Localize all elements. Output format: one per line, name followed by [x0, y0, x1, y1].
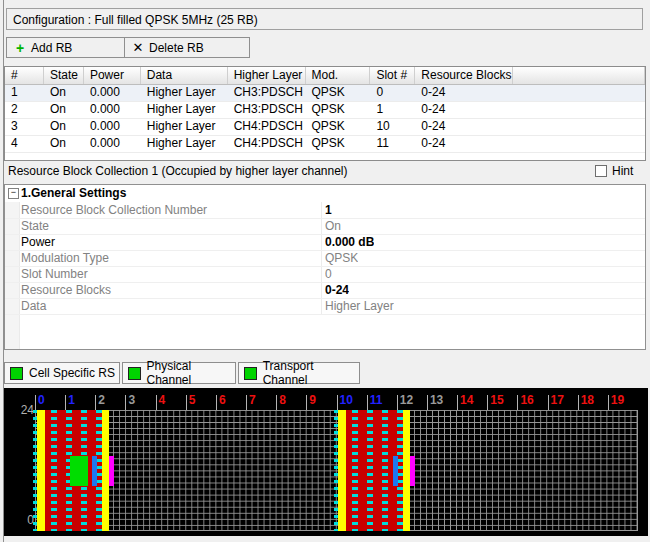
- property-value[interactable]: QPSK: [325, 251, 358, 265]
- resource-block-table: #StatePowerDataHigher LayerMod.Slot #Res…: [4, 66, 646, 161]
- table-cell: [513, 102, 645, 118]
- add-rb-button[interactable]: + Add RB: [6, 37, 125, 58]
- property-row: Resource Blocks0-24: [5, 282, 645, 299]
- occupied-region-slots-0-1: [33, 410, 109, 531]
- property-value[interactable]: On: [325, 219, 341, 233]
- legend-swatch-icon: [244, 367, 257, 380]
- slot-number: 13: [430, 394, 443, 406]
- property-value[interactable]: 0-24: [325, 283, 349, 297]
- column-header-Power[interactable]: Power: [84, 67, 141, 84]
- table-cell: 0.000: [84, 119, 141, 135]
- table-cell: QPSK: [306, 102, 371, 118]
- table-cell: 10: [370, 119, 415, 135]
- property-value[interactable]: 1: [325, 203, 332, 217]
- table-cell: CH4:PDSCH: [228, 119, 306, 135]
- column-header-#[interactable]: #: [5, 67, 44, 84]
- column-header-State[interactable]: State: [44, 67, 84, 84]
- configuration-title: Configuration : Full filled QPSK 5MHz (2…: [13, 13, 258, 27]
- table-cell: CH3:PDSCH: [228, 102, 306, 118]
- legend-label: Physical Channel: [147, 359, 236, 387]
- table-cell: CH4:PDSCH: [228, 136, 306, 152]
- table-cell: On: [44, 85, 84, 101]
- property-value[interactable]: 0.000 dB: [325, 235, 374, 249]
- slot-number: 3: [128, 394, 135, 406]
- table-row[interactable]: 1On0.000Higher LayerCH3:PDSCHQPSK00-24: [5, 85, 645, 102]
- pbch-block: [70, 456, 88, 486]
- plus-icon: +: [13, 40, 27, 56]
- column-header-Mod.[interactable]: Mod.: [306, 67, 371, 84]
- legend-label: Transport Channel: [263, 359, 359, 387]
- table-cell: 1: [5, 85, 44, 101]
- slot-number: 8: [279, 394, 286, 406]
- column-header-Resource Blocks[interactable]: Resource Blocks: [415, 67, 513, 84]
- delete-rb-label: Delete RB: [149, 41, 204, 55]
- table-row[interactable]: [5, 153, 645, 161]
- table-cell: [44, 153, 84, 161]
- rs-dash-column-icon: [382, 410, 388, 531]
- slot-number: 4: [159, 394, 166, 406]
- column-header-filler[interactable]: [513, 67, 645, 84]
- table-row[interactable]: 3On0.000Higher LayerCH4:PDSCHQPSK100-24: [5, 119, 645, 136]
- slot-number: 19: [611, 394, 624, 406]
- section-title: 1.General Settings: [21, 186, 126, 200]
- slot-tick-mark: [95, 395, 96, 410]
- hint-checkbox[interactable]: [595, 165, 607, 177]
- table-cell: 3: [5, 119, 44, 135]
- column-header-Higher Layer[interactable]: Higher Layer: [228, 67, 306, 84]
- legend-label: Cell Specific RS: [29, 366, 115, 380]
- column-header-Data[interactable]: Data: [141, 67, 228, 84]
- legend-item-cell-specific-rs[interactable]: Cell Specific RS: [4, 362, 120, 384]
- table-cell: [141, 153, 228, 161]
- slot-tick-mark: [156, 395, 157, 410]
- table-cell: QPSK: [306, 119, 371, 135]
- rb-axis-label-top: 24: [12, 404, 34, 416]
- property-row: Modulation TypeQPSK: [5, 250, 645, 267]
- slot-number: 10: [340, 394, 353, 406]
- hint-checkbox-label: Hint: [612, 164, 633, 178]
- slot-number: 9: [309, 394, 316, 406]
- sync-signal-blue: [393, 456, 398, 486]
- table-row[interactable]: 4On0.000Higher LayerCH4:PDSCHQPSK110-24: [5, 136, 645, 153]
- add-rb-label: Add RB: [31, 41, 72, 55]
- property-value[interactable]: 0: [325, 267, 332, 281]
- table-cell: QPSK: [306, 136, 371, 152]
- column-header-Slot #[interactable]: Slot #: [370, 67, 415, 84]
- property-name: State: [21, 219, 317, 233]
- table-cell: [370, 153, 415, 161]
- slot-tick-mark: [578, 395, 579, 410]
- table-cell: [84, 153, 141, 161]
- table-cell: 11: [370, 136, 415, 152]
- collapse-icon[interactable]: −: [8, 188, 19, 199]
- table-cell: [513, 119, 645, 135]
- delete-rb-button[interactable]: ✕ Delete RB: [124, 37, 250, 58]
- table-row[interactable]: 2On0.000Higher LayerCH3:PDSCHQPSK10-24: [5, 102, 645, 119]
- property-name: Power: [21, 235, 317, 249]
- sync-signal-magenta: [410, 456, 415, 486]
- slot-number: 7: [249, 394, 256, 406]
- slot-tick-mark: [608, 395, 609, 410]
- property-value[interactable]: Higher Layer: [325, 299, 394, 313]
- table-cell: On: [44, 119, 84, 135]
- table-cell: 2: [5, 102, 44, 118]
- property-name: Slot Number: [21, 267, 317, 281]
- slot-tick-mark: [367, 395, 368, 410]
- slot-tick-mark: [548, 395, 549, 410]
- table-cell: 1: [370, 102, 415, 118]
- legend-item-transport-channel[interactable]: Transport Channel: [238, 362, 360, 384]
- legend-item-physical-channel[interactable]: Physical Channel: [122, 362, 236, 384]
- slot-tick-mark: [35, 395, 36, 410]
- table-body: 1On0.000Higher LayerCH3:PDSCHQPSK00-242O…: [5, 85, 645, 161]
- property-name: Data: [21, 299, 317, 313]
- property-grid-section-header: − 1.General Settings: [5, 185, 645, 202]
- table-cell: Higher Layer: [141, 136, 228, 152]
- property-row: Power0.000 dB: [5, 234, 645, 251]
- slot-tick-mark: [216, 395, 217, 410]
- slot-tick-mark: [487, 395, 488, 410]
- configuration-title-bar: Configuration : Full filled QPSK 5MHz (2…: [6, 8, 643, 30]
- control-region-band: [338, 410, 346, 531]
- property-row: Resource Block Collection Number1: [5, 202, 645, 219]
- legend-swatch-icon: [128, 367, 141, 380]
- table-cell: On: [44, 102, 84, 118]
- table-cell: CH3:PDSCH: [228, 85, 306, 101]
- rs-dash-column-icon: [352, 410, 358, 531]
